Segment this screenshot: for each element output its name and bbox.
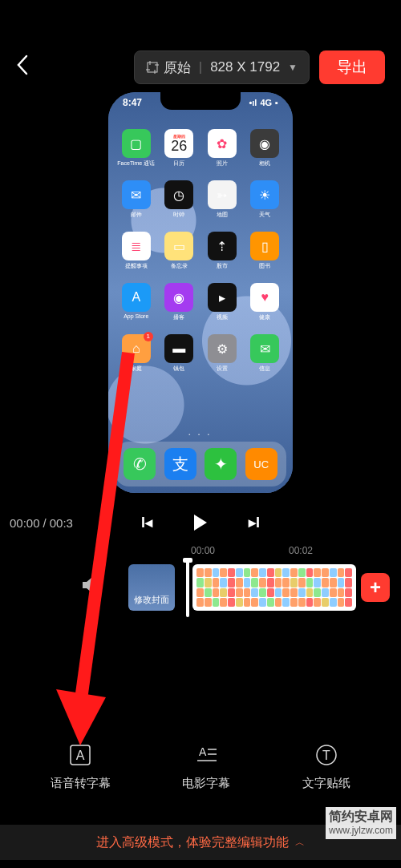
- aspect-ratio-selector[interactable]: 原始 | 828 X 1792 ▼: [134, 50, 310, 84]
- top-bar: 原始 | 828 X 1792 ▼ 导出: [0, 46, 401, 88]
- svg-text:A: A: [199, 745, 207, 758]
- time-current: 00:00: [10, 516, 40, 530]
- phone-app: ≣提醒事项: [115, 232, 158, 281]
- phone-dock: ✆支✦UC: [115, 442, 286, 486]
- text-sticker-icon: T: [314, 742, 339, 768]
- tool-voice-subtitle[interactable]: A 语音转字幕: [51, 742, 111, 791]
- source-watermark: 简约安卓网 www.jylzw.com: [326, 807, 396, 839]
- phone-status-bar: 8:47 •ıl4G▪: [108, 97, 293, 108]
- phone-app: ◉播客: [158, 283, 201, 333]
- preview-phone-frame: 8:47 •ıl4G▪ ▢FaceTime 通话星期四26日历✿照片◉相机✉邮件…: [108, 92, 293, 493]
- phone-home-grid: ▢FaceTime 通话星期四26日历✿照片◉相机✉邮件◷时钟➳地图☀天气≣提醒…: [108, 123, 293, 425]
- phone-app: AApp Store: [115, 283, 158, 333]
- phone-app: ▢FaceTime 通话: [115, 129, 158, 179]
- phone-app: ▯图书: [244, 232, 287, 281]
- video-editor-app: 原始 | 828 X 1792 ▼ 导出 8:47 •ıl4G▪ ▢FaceTi…: [0, 0, 401, 868]
- dock-app-wechat: ✦: [205, 448, 237, 480]
- ruler-tick: 00:02: [289, 545, 313, 556]
- tool-label: 语音转字幕: [51, 776, 111, 791]
- crop-icon: [146, 61, 159, 74]
- svg-text:T: T: [322, 749, 330, 762]
- timeline-ruler: 00:00 00:02: [0, 545, 401, 563]
- tool-text-sticker[interactable]: T 文字贴纸: [302, 742, 350, 791]
- export-button[interactable]: 导出: [319, 50, 385, 84]
- phone-app: ▬钱包: [158, 334, 201, 384]
- preview-area: 8:47 •ıl4G▪ ▢FaceTime 通话星期四26日历✿照片◉相机✉邮件…: [0, 88, 401, 497]
- prev-frame-button[interactable]: I◂: [141, 514, 152, 531]
- tool-movie-subtitle[interactable]: A 电影字幕: [182, 742, 230, 791]
- mute-button[interactable]: [80, 575, 101, 600]
- phone-app: ♥健康: [244, 283, 287, 333]
- chevron-down-icon: ▼: [288, 62, 298, 73]
- phone-app: ⌂1家庭: [115, 334, 158, 384]
- play-button[interactable]: [194, 515, 207, 531]
- ruler-tick: 00:00: [191, 545, 215, 556]
- dock-app-alipay: 支: [164, 448, 196, 480]
- phone-time: 8:47: [123, 97, 142, 108]
- cover-thumbnail[interactable]: 修改封面: [128, 564, 175, 611]
- phone-app: ◷时钟: [158, 180, 201, 230]
- dock-app-uc: UC: [245, 448, 277, 480]
- phone-app: ✉信息: [244, 334, 287, 384]
- phone-app: ☀天气: [244, 180, 287, 230]
- back-button[interactable]: [16, 55, 32, 81]
- video-clip[interactable]: [192, 564, 356, 611]
- next-frame-button[interactable]: ▸I: [249, 514, 260, 531]
- phone-app: ✉邮件: [115, 180, 158, 230]
- movie-subtitle-icon: A: [193, 742, 219, 768]
- phone-app: ▸视频: [200, 283, 244, 333]
- dock-app-phone: ✆: [124, 448, 156, 480]
- svg-rect-0: [148, 63, 157, 72]
- page-dots: • • •: [108, 432, 293, 437]
- phone-app: ⇡股市: [200, 232, 244, 281]
- time-total: 00:3: [50, 516, 73, 530]
- svg-text:A: A: [76, 749, 85, 762]
- tool-label: 文字贴纸: [302, 776, 350, 791]
- phone-app: ➳地图: [200, 180, 244, 230]
- phone-app: ⚙设置: [200, 334, 244, 384]
- aspect-label: 原始: [164, 59, 191, 77]
- voice-subtitle-icon: A: [67, 742, 93, 768]
- resolution-label: 828 X 1792: [210, 59, 280, 75]
- phone-app: ▭备忘录: [158, 232, 201, 281]
- timeline-row: 修改封面 +: [0, 564, 401, 611]
- tool-label: 电影字幕: [182, 776, 230, 791]
- chevron-up-icon: ︿: [295, 836, 305, 850]
- phone-app: ◉相机: [244, 129, 287, 179]
- playhead[interactable]: [186, 559, 189, 617]
- add-clip-button[interactable]: +: [361, 573, 390, 602]
- phone-app: 星期四26日历: [158, 129, 201, 179]
- playback-bar: 00:00 / 00:3 I◂ ▸I: [0, 505, 401, 540]
- phone-app: ✿照片: [200, 129, 244, 179]
